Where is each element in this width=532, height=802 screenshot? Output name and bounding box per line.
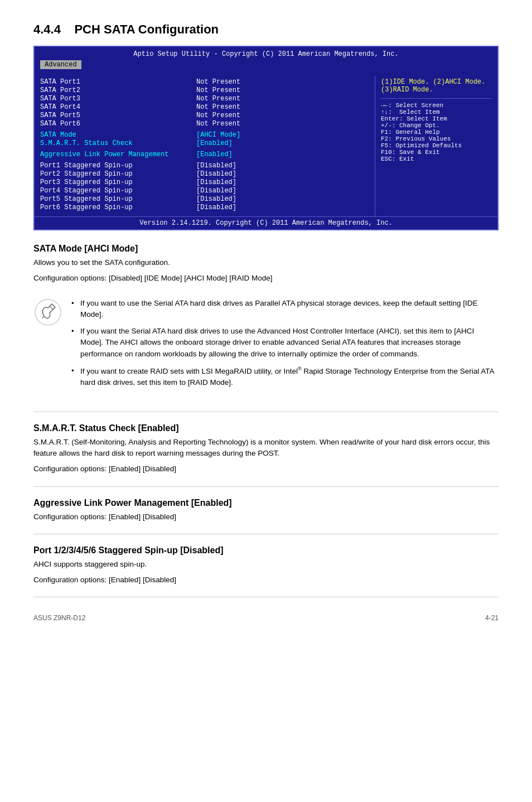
section-heading: 4.4.4 PCH SATA Configuration bbox=[33, 22, 499, 37]
sata-bullet-3: If you want to create RAID sets with LSI… bbox=[71, 365, 499, 388]
bios-nav-f10: F10: Save & Exit bbox=[381, 149, 492, 156]
spinup-desc: AHCI supports staggered spin-up. bbox=[33, 559, 499, 570]
section-number: 4.4.4 bbox=[33, 22, 61, 36]
bios-nav-enter: Enter: Select Item bbox=[381, 115, 492, 122]
bios-spinup2-row: Port2 Staggered Spin-up [Disabled] bbox=[40, 170, 369, 178]
bios-spinup1-row: Port1 Staggered Spin-up [Disabled] bbox=[40, 162, 369, 170]
alpm-heading: Aggressive Link Power Management [Enable… bbox=[33, 498, 499, 508]
bios-port1-row: SATA Port1 Not Present bbox=[40, 78, 369, 86]
bios-ports: SATA Port1 Not Present SATA Port2 Not Pr… bbox=[40, 78, 369, 128]
divider-2 bbox=[33, 486, 499, 487]
bios-port2-row: SATA Port2 Not Present bbox=[40, 86, 369, 94]
spinup-section: Port 1/2/3/4/5/6 Staggered Spin-up [Disa… bbox=[33, 545, 499, 586]
divider-3 bbox=[33, 534, 499, 534]
bios-port5-value: Not Present bbox=[196, 112, 240, 119]
svg-line-1 bbox=[50, 306, 53, 310]
bios-spinup5-label: Port5 Staggered Spin-up bbox=[40, 195, 196, 203]
bios-spinup5-value: [Disabled] bbox=[196, 195, 236, 203]
divider-4 bbox=[33, 597, 499, 597]
bios-screenshot: Aptio Setup Utility - Copyright (C) 2011… bbox=[33, 46, 499, 230]
sata-mode-desc1: Allows you to set the SATA configuration… bbox=[33, 257, 499, 268]
bios-smart-value: [Enabled] bbox=[196, 139, 233, 147]
bios-spinup5-row: Port5 Staggered Spin-up [Disabled] bbox=[40, 195, 369, 203]
bios-spinup1-label: Port1 Staggered Spin-up bbox=[40, 162, 196, 170]
page-footer: ASUS Z9NR-D12 4-21 bbox=[33, 614, 499, 622]
bios-nav-f1: F1: General Help bbox=[381, 129, 492, 136]
bios-spinup2-label: Port2 Staggered Spin-up bbox=[40, 170, 196, 178]
bios-nav-f5: F5: Optimized Defaults bbox=[381, 142, 492, 149]
alpm-config: Configuration options: [Enabled] [Disabl… bbox=[33, 511, 499, 523]
bios-spinup2-value: [Disabled] bbox=[196, 170, 236, 178]
sata-bullet-1: If you want to use the Serial ATA hard d… bbox=[71, 298, 499, 321]
bios-spinup6-label: Port6 Staggered Spin-up bbox=[40, 204, 196, 211]
bios-spinup4-label: Port4 Staggered Spin-up bbox=[40, 187, 196, 195]
bios-header: Aptio Setup Utility - Copyright (C) 2011… bbox=[35, 47, 497, 59]
bios-nav-f2: F2: Previous Values bbox=[381, 136, 492, 142]
footer-right: 4-21 bbox=[485, 614, 499, 622]
sata-bullet-2: If you want the Serial ATA hard disk dri… bbox=[71, 326, 499, 360]
sata-mode-desc2: Configuration options: [Disabled] [IDE M… bbox=[33, 273, 499, 284]
smart-heading: S.M.A.R.T. Status Check [Enabled] bbox=[33, 423, 499, 433]
bios-sata-mode-row: SATA Mode [AHCI Mode] bbox=[40, 131, 369, 139]
bios-mode-smart: SATA Mode [AHCI Mode] S.M.A.R.T. Status … bbox=[40, 131, 369, 147]
divider-1 bbox=[33, 412, 499, 412]
svg-point-0 bbox=[35, 299, 61, 325]
bios-alpm-label: Aggressive Link Power Management bbox=[40, 151, 196, 158]
bios-sata-mode-label: SATA Mode bbox=[40, 131, 196, 139]
bios-spinup4-value: [Disabled] bbox=[196, 187, 236, 195]
bios-spinup: Port1 Staggered Spin-up [Disabled] Port2… bbox=[40, 162, 369, 211]
bios-smart-row: S.M.A.R.T. Status Check [Enabled] bbox=[40, 139, 369, 147]
bios-port2-label: SATA Port2 bbox=[40, 86, 196, 94]
bios-port5-row: SATA Port5 Not Present bbox=[40, 112, 369, 119]
bios-smart-label: S.M.A.R.T. Status Check bbox=[40, 139, 196, 147]
sata-mode-note-box: If you want to use the Serial ATA hard d… bbox=[33, 291, 499, 400]
spinup-config: Configuration options: [Enabled] [Disabl… bbox=[33, 574, 499, 586]
bios-nav-esc: ESC: Exit bbox=[381, 156, 492, 162]
bios-spinup3-row: Port3 Staggered Spin-up [Disabled] bbox=[40, 178, 369, 186]
bios-alpm: Aggressive Link Power Management [Enable… bbox=[40, 151, 369, 158]
bios-port4-row: SATA Port4 Not Present bbox=[40, 103, 369, 111]
bios-nav-change: +/-: Change Opt. bbox=[381, 122, 492, 129]
bios-port6-value: Not Present bbox=[196, 120, 240, 128]
spinup-heading: Port 1/2/3/4/5/6 Staggered Spin-up [Disa… bbox=[33, 545, 499, 555]
bios-tab-bar: Advanced bbox=[35, 59, 497, 71]
bios-port1-label: SATA Port1 bbox=[40, 78, 196, 86]
sata-mode-section: SATA Mode [AHCI Mode] Allows you to set … bbox=[33, 244, 499, 400]
bios-spinup4-row: Port4 Staggered Spin-up [Disabled] bbox=[40, 187, 369, 195]
bios-spinup6-row: Port6 Staggered Spin-up [Disabled] bbox=[40, 204, 369, 211]
bios-nav-select-item: ↑↓: Select Item bbox=[381, 109, 492, 115]
bios-nav-help: →←: Select Screen ↑↓: Select Item Enter:… bbox=[381, 98, 492, 162]
note-icon bbox=[33, 298, 62, 327]
bios-port3-label: SATA Port3 bbox=[40, 95, 196, 103]
bios-alpm-row: Aggressive Link Power Management [Enable… bbox=[40, 151, 369, 158]
bios-port4-label: SATA Port4 bbox=[40, 103, 196, 111]
bios-port3-row: SATA Port3 Not Present bbox=[40, 95, 369, 103]
bios-footer: Version 2.14.1219. Copyright (C) 2011 Am… bbox=[35, 216, 497, 229]
smart-desc: S.M.A.R.T. (Self-Monitoring, Analysis an… bbox=[33, 437, 499, 460]
bios-port3-value: Not Present bbox=[196, 95, 240, 103]
sata-mode-heading: SATA Mode [AHCI Mode] bbox=[33, 244, 499, 254]
bios-port1-value: Not Present bbox=[196, 78, 240, 86]
footer-left: ASUS Z9NR-D12 bbox=[33, 614, 85, 622]
alpm-section: Aggressive Link Power Management [Enable… bbox=[33, 498, 499, 523]
smart-config: Configuration options: [Enabled] [Disabl… bbox=[33, 463, 499, 475]
bios-spinup3-label: Port3 Staggered Spin-up bbox=[40, 178, 196, 186]
bios-content: SATA Port1 Not Present SATA Port2 Not Pr… bbox=[35, 71, 497, 216]
bios-nav-select-screen: →←: Select Screen bbox=[381, 102, 492, 109]
bios-spinup1-value: [Disabled] bbox=[196, 162, 236, 170]
bios-port5-label: SATA Port5 bbox=[40, 112, 196, 119]
bios-alpm-value: [Enabled] bbox=[196, 151, 233, 158]
bios-spinup3-value: [Disabled] bbox=[196, 178, 236, 186]
bios-tab-advanced: Advanced bbox=[40, 60, 81, 69]
bios-sidebar: (1)IDE Mode. (2)AHCI Mode. (3)RAID Mode.… bbox=[375, 76, 497, 216]
section-title: PCH SATA Configuration bbox=[74, 22, 219, 36]
bios-sata-mode-value: [AHCI Mode] bbox=[196, 131, 240, 139]
bios-port2-value: Not Present bbox=[196, 86, 240, 94]
sata-mode-bullets: If you want to use the Serial ATA hard d… bbox=[71, 298, 499, 394]
bios-main-panel: SATA Port1 Not Present SATA Port2 Not Pr… bbox=[35, 76, 375, 216]
bios-port6-row: SATA Port6 Not Present bbox=[40, 120, 369, 128]
bios-spinup6-value: [Disabled] bbox=[196, 204, 236, 211]
bios-help-text: (1)IDE Mode. (2)AHCI Mode. (3)RAID Mode. bbox=[381, 78, 492, 94]
bios-port4-value: Not Present bbox=[196, 103, 240, 111]
bios-port6-label: SATA Port6 bbox=[40, 120, 196, 128]
